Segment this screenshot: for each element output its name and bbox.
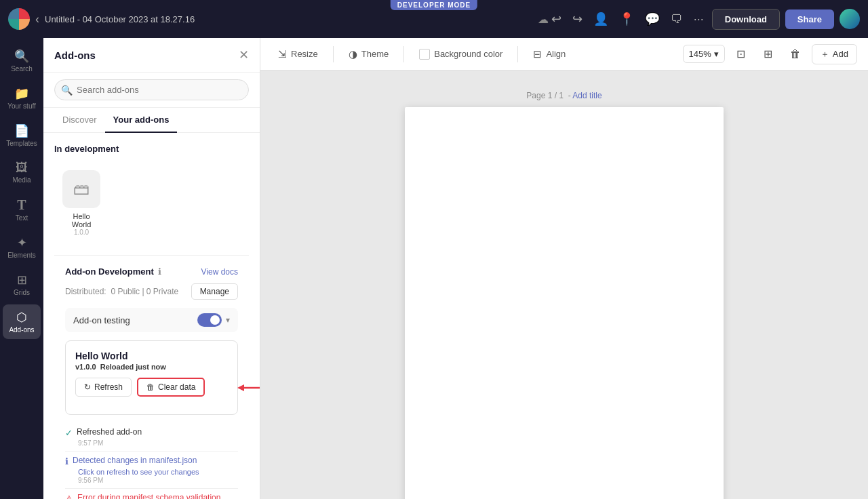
toolbar-separator [517,46,518,62]
hw-card-title: Hello World [75,351,228,361]
fit-page-button[interactable]: ⊡ [730,43,752,65]
clear-data-button[interactable]: 🗑 Clear data [137,378,205,397]
log-text[interactable]: Error during manifest schema validation [77,493,220,499]
log-text[interactable]: Detected changes in manifest.json [73,456,197,465]
main-layout: 🔍 Search 📁 Your stuff 📄 Templates 🖼 Medi… [0,38,868,499]
share-button[interactable]: Share [785,9,834,29]
search-bar: 🔍 [43,73,260,108]
log-item-info: ℹ Detected changes in manifest.json Clic… [65,452,238,489]
log-time: 9:56 PM [78,477,238,484]
chevron-down-icon[interactable]: ▾ [226,315,230,325]
log-header: ⚠ Error during manifest schema validatio… [65,493,238,499]
log-item-success: ✓ Refreshed add-on 9:57 PM [65,423,238,452]
refresh-button[interactable]: ↻ Refresh [75,378,132,397]
dev-section-title: Add-on Development [65,266,154,277]
toolbar-separator [403,46,404,62]
more-button[interactable]: ··· [691,9,707,29]
log-header: ✓ Refreshed add-on [65,427,238,438]
canvas-page[interactable] [405,107,724,499]
grid-view-button[interactable]: ⊞ [757,43,779,65]
search-icon: 🔍 [61,85,73,96]
sidebar-item-label: Elements [7,252,36,259]
sidebar-item-media[interactable]: 🖼 Media [3,155,41,189]
folder-icon: 📁 [14,86,29,101]
sidebar-item-label: Search [11,65,33,73]
toggle-wrap: ▾ [197,313,230,327]
align-label: Align [546,49,566,59]
sidebar-item-search[interactable]: 🔍 Search [3,43,41,78]
grids-icon: ⊞ [17,273,27,287]
comments-button[interactable]: 💬 [642,9,663,29]
sidebar-item-label: Grids [14,289,30,296]
panel-close-button[interactable]: ✕ [239,47,249,62]
align-tool[interactable]: ⊟ Align [526,44,572,64]
distributed-text: Distributed: 0 Public | 0 Private [65,287,178,296]
location-button[interactable]: 📍 [616,9,637,29]
zoom-select[interactable]: 145% ▾ [683,45,725,63]
theme-tool[interactable]: ◑ Theme [342,44,395,64]
sidebar-item-your-stuff[interactable]: 📁 Your stuff [3,81,41,115]
log-subtext[interactable]: Click on refresh to see your changes [78,468,238,476]
toolbar-separator [333,46,334,62]
delete-button[interactable]: 🗑 [785,43,806,65]
log-text: Refreshed add-on [77,427,142,437]
sidebar-item-elements[interactable]: ✦ Elements [3,230,41,264]
sidebar-item-label: Templates [6,140,37,147]
in-development-title: In development [54,144,249,154]
view-docs-link[interactable]: View docs [201,267,238,277]
tab-your-addons[interactable]: Your add-ons [105,108,178,133]
addon-icon: 🗃 [62,170,100,208]
sidebar-item-grids[interactable]: ⊞ Grids [3,267,41,302]
sidebar-item-templates[interactable]: 📄 Templates [3,118,41,153]
sidebar-item-label: Text [16,214,28,222]
divider [54,255,249,256]
search-input[interactable] [54,79,249,100]
panel-title: Add-ons [54,49,96,61]
resize-tool[interactable]: ⇲ Resize [271,44,325,64]
bg-color-label: Background color [434,49,502,59]
hw-version-row: v1.0.0 Reloaded just now [75,363,228,371]
success-icon: ✓ [65,428,73,438]
developer-mode-badge: DEVELOPER MODE [391,0,477,10]
sidebar-item-addons[interactable]: ⬡ Add-ons [3,304,41,339]
tab-discover[interactable]: Discover [54,108,105,133]
download-button[interactable]: Download [712,9,780,30]
manage-button[interactable]: Manage [191,283,238,300]
media-icon: 🖼 [16,161,28,175]
log-item-error: ⚠ Error during manifest schema validatio… [65,489,238,499]
left-sidebar: 🔍 Search 📁 Your stuff 📄 Templates 🖼 Medi… [0,38,43,499]
redo-button[interactable]: ↪ [570,9,585,29]
panel-content: In development 🗃 Hello World 1.0.0 Add-o… [43,133,260,499]
panel-tabs: Discover Your add-ons [43,108,260,133]
undo-button[interactable]: ↩ [549,9,564,29]
sidebar-item-text[interactable]: T Text [3,192,41,227]
avatar[interactable] [840,9,860,29]
canvas[interactable]: Page 1 / 1 - Add title [260,71,868,499]
templates-icon: 📄 [14,123,29,138]
arrow-svg [237,381,260,395]
elements-icon: ✦ [17,235,27,250]
resize-label: Resize [291,49,318,59]
add-button[interactable]: ＋ Add [812,44,857,64]
sidebar-item-label: Add-ons [9,326,34,334]
add-title-link[interactable]: Add title [572,91,601,100]
document-title: Untitled - 04 October 2023 at 18.27.16 [45,14,532,24]
theme-label: Theme [361,49,389,59]
addons-panel: Add-ons ✕ 🔍 Discover Your add-ons In dev… [43,38,260,499]
sidebar-item-label: Your stuff [7,102,36,110]
log-time: 9:57 PM [78,439,238,447]
chat-button[interactable]: 🗨 [668,9,686,29]
canvas-toolbar: ⇲ Resize ◑ Theme Background color ⊟ Alig… [260,38,868,71]
page-label: Page 1 / 1 - Add title [526,91,601,100]
arrow-annotation [237,381,260,395]
back-button[interactable]: ‹ [35,12,39,26]
addon-testing-toggle[interactable] [197,313,222,327]
error-icon: ⚠ [65,494,73,499]
collaborators-button[interactable]: 👤 [591,9,611,29]
search-icon: 🔍 [14,49,29,64]
addon-card-hello-world[interactable]: 🗃 Hello World 1.0.0 [54,162,108,244]
bg-color-tool[interactable]: Background color [412,45,509,64]
topbar-right-actions: ↩ ↪ 👤 📍 💬 🗨 ··· Download Share [549,9,860,30]
bg-color-icon [419,49,430,60]
addons-icon: ⬡ [16,310,27,325]
